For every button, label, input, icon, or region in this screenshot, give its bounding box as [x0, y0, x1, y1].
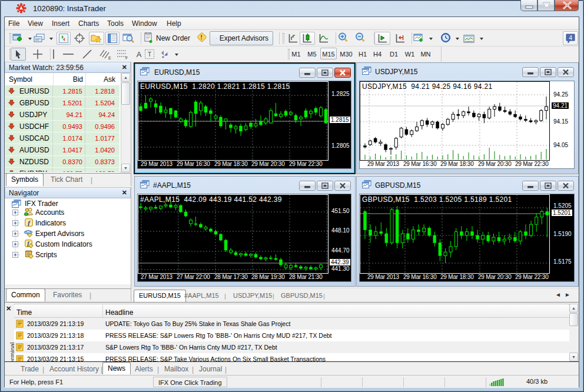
svg-text:F: F: [125, 56, 128, 60]
svg-text:E: E: [108, 56, 111, 60]
svg-text:!: !: [200, 34, 203, 41]
svg-text:4: 4: [569, 35, 572, 41]
svg-text:T: T: [148, 51, 151, 58]
